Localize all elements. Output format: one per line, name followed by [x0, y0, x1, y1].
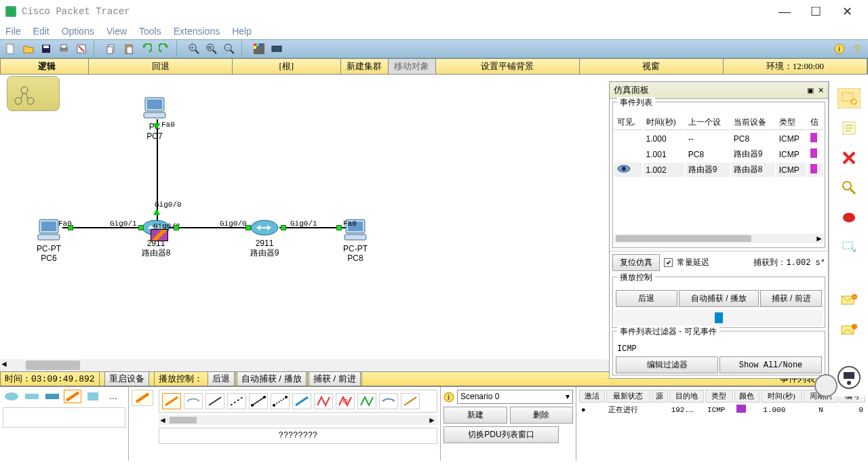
viewport-button[interactable]: 视窗	[580, 59, 724, 74]
minimize-button[interactable]: —	[769, 1, 800, 22]
zoom-out-icon[interactable]: -	[221, 41, 237, 57]
col-last-dev[interactable]: 上一个设	[686, 115, 730, 130]
cat-more-icon[interactable]: …	[104, 390, 122, 403]
toggle-pdu-list-button[interactable]: 切换PDU列表窗口	[443, 426, 559, 443]
conn-fiber-icon[interactable]	[249, 393, 268, 409]
copy-icon[interactable]	[103, 41, 119, 57]
cat-switches-icon[interactable]	[23, 390, 41, 403]
event-row[interactable]: 1.001PC8路由器9ICMP	[614, 147, 823, 161]
col-info[interactable]: 信	[808, 115, 823, 130]
auto-capture-button[interactable]: 自动捕获 / 播放	[679, 290, 759, 307]
sim-rollup-icon[interactable]: ▣	[807, 86, 814, 95]
connections-hscroll[interactable]: ◄►	[159, 415, 437, 425]
cat-end-devices-icon[interactable]	[84, 390, 102, 403]
device-router9[interactable]: 2911 路由器9	[250, 218, 279, 258]
pdu-col-time[interactable]: 时间(秒)	[761, 390, 802, 403]
menu-edit[interactable]: Edit	[33, 26, 50, 37]
environment-label[interactable]: 环境：12:00:00	[724, 59, 867, 74]
pdu-col-fire[interactable]: 激活	[579, 390, 605, 403]
event-row-selected[interactable]: 1.002路由器9路由器8ICMP	[614, 163, 823, 177]
cat-routers-icon[interactable]	[3, 390, 20, 403]
conn-phone-icon[interactable]	[271, 393, 290, 409]
conn-cross-icon[interactable]	[227, 393, 246, 409]
capture-fwd-button[interactable]: 捕获 / 前进	[760, 290, 822, 307]
const-delay-checkbox[interactable]: ✔	[664, 258, 673, 267]
show-all-none-button[interactable]: Show All/None	[719, 356, 822, 373]
menu-help[interactable]: Help	[232, 26, 252, 37]
custom-device-icon[interactable]	[269, 41, 285, 57]
select-tool-icon[interactable]	[837, 88, 861, 108]
maximize-button[interactable]: ☐	[800, 1, 831, 22]
scenario-info-icon[interactable]: i	[443, 392, 454, 403]
device-pc7[interactable]: PC PC7	[141, 96, 168, 142]
selected-conn-icon[interactable]	[132, 390, 153, 406]
back-button[interactable]: 回退	[89, 59, 233, 74]
conn-auto-icon[interactable]	[162, 393, 181, 409]
zoom-reset-icon[interactable]: R	[203, 41, 220, 57]
conn-serial-dce-icon[interactable]	[314, 393, 333, 409]
yb-fwd-button[interactable]: 捕获 / 前进	[309, 371, 361, 386]
pdu-col-src[interactable]: 源	[652, 390, 668, 403]
col-cur-dev[interactable]: 当前设备	[731, 115, 775, 130]
col-time[interactable]: 时间(秒)	[644, 115, 684, 130]
event-list-hscroll[interactable]: ►	[614, 234, 823, 243]
resize-tool-icon[interactable]	[837, 237, 861, 258]
scenario-new-button[interactable]: 新建	[443, 407, 507, 424]
palette-icon[interactable]	[251, 41, 267, 57]
add-simple-pdu-icon[interactable]: +	[837, 290, 861, 310]
scenario-select[interactable]: Scenario 0▾	[457, 390, 573, 404]
col-type[interactable]: 类型	[776, 115, 806, 130]
menu-extensions[interactable]: Extensions	[174, 26, 220, 37]
draw-ellipse-icon[interactable]	[837, 207, 861, 228]
pdu-col-status[interactable]: 最新状态	[606, 390, 650, 403]
yb-auto-button[interactable]: 自动捕获 / 播放	[237, 371, 307, 386]
conn-console-icon[interactable]	[184, 393, 203, 409]
cat-connections-icon[interactable]	[64, 390, 81, 403]
paste-icon[interactable]	[121, 41, 137, 57]
new-cluster-button[interactable]: 新建集群	[341, 59, 389, 74]
yb-back-button[interactable]: 后退	[208, 371, 235, 386]
conn-serial-dte-icon[interactable]	[336, 393, 355, 409]
delete-tool-icon[interactable]	[837, 148, 861, 168]
menu-file[interactable]: File	[5, 26, 21, 37]
sim-close-icon[interactable]: ✕	[818, 86, 824, 95]
pdu-col-color[interactable]: 颜色	[734, 390, 760, 403]
conn-straight-icon[interactable]	[205, 393, 224, 409]
conn-octal-icon[interactable]	[357, 393, 376, 409]
scenario-delete-button[interactable]: 删除	[510, 407, 574, 424]
device-subcat-box[interactable]	[3, 407, 125, 428]
new-file-icon[interactable]	[3, 41, 19, 57]
edit-filter-button[interactable]: 编辑过滤器	[616, 356, 718, 373]
root-label[interactable]: [根]	[233, 59, 340, 74]
inspect-tool-icon[interactable]	[837, 178, 861, 198]
reset-sim-button[interactable]: 复位仿真	[612, 254, 660, 271]
note-tool-icon[interactable]	[837, 118, 861, 138]
move-object-button[interactable]: 移动对象	[389, 59, 436, 74]
pdu-col-dst[interactable]: 目的地	[669, 390, 704, 403]
wizard-icon[interactable]	[73, 41, 90, 57]
play-speed-slider[interactable]	[614, 310, 823, 326]
realtime-sim-toggle[interactable]	[812, 364, 867, 398]
pdu-col-type[interactable]: 类型	[705, 390, 733, 403]
event-row[interactable]: 1.000--PC8ICMP	[614, 131, 823, 146]
set-tile-bg-button[interactable]: 设置平铺背景	[436, 59, 580, 74]
open-file-icon[interactable]	[20, 41, 37, 57]
save-icon[interactable]	[38, 41, 54, 57]
menu-view[interactable]: View	[106, 26, 127, 37]
info-icon[interactable]: i	[831, 41, 848, 57]
restart-devices-button[interactable]: 重启设备	[104, 371, 149, 386]
redo-icon[interactable]	[156, 41, 172, 57]
conn-custom-icon[interactable]	[401, 393, 420, 409]
help-icon[interactable]: ?	[849, 41, 865, 57]
add-complex-pdu-icon[interactable]	[837, 320, 861, 340]
col-visible[interactable]: 可见.	[614, 115, 642, 130]
close-button[interactable]: ✕	[831, 1, 863, 22]
menu-tools[interactable]: Tools	[139, 26, 161, 37]
zoom-in-icon[interactable]: +	[186, 41, 202, 57]
print-icon[interactable]	[56, 41, 72, 57]
pdu-packet-icon[interactable]	[151, 229, 168, 241]
menu-options[interactable]: Options	[62, 26, 94, 37]
conn-coax-icon[interactable]	[292, 393, 311, 409]
logical-view-tab[interactable]	[7, 76, 60, 111]
undo-icon[interactable]	[138, 41, 155, 57]
